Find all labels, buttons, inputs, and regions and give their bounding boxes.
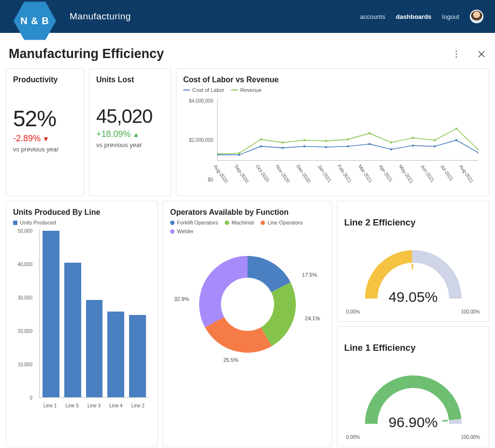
svg-point-9 xyxy=(347,145,349,147)
bar-chart: 50,000 40,000 30,000 20,000 10,000 0 Lin… xyxy=(13,229,151,413)
arrow-down-icon: ▼ xyxy=(43,135,49,143)
more-icon[interactable] xyxy=(451,49,461,59)
legend-item-welder: Welder xyxy=(170,228,194,234)
legend-label: Revenue xyxy=(240,87,262,93)
svg-point-11 xyxy=(390,149,392,150)
legend-swatch xyxy=(170,229,175,234)
x-tick: Line 3 xyxy=(83,403,105,408)
gauge-column: Line 2 Efficiency 49.05% 0.00% 100.00% L… xyxy=(337,201,489,447)
card-title: Units Produced By Line xyxy=(13,208,151,217)
svg-point-13 xyxy=(434,145,436,147)
bar xyxy=(64,263,81,397)
x-tick: Line 1 xyxy=(39,403,61,408)
gauge-value: 96.90% xyxy=(355,414,471,431)
plot-area xyxy=(217,99,478,161)
gauge-min: 0.00% xyxy=(346,434,360,440)
page-header: Manufacturing Efficiency xyxy=(0,33,495,68)
svg-point-24 xyxy=(390,141,392,143)
top-nav: accounts dashboards logout xyxy=(360,10,483,23)
svg-point-6 xyxy=(282,147,284,149)
svg-point-5 xyxy=(260,145,262,147)
legend: Forklift Operators Machinist Line Operat… xyxy=(170,220,325,234)
nav-logout[interactable]: logout xyxy=(442,13,459,20)
card-title: Cost of Labor vs Revenue xyxy=(183,75,482,84)
svg-point-25 xyxy=(412,137,414,139)
svg-point-19 xyxy=(282,141,284,143)
y-tick: 30,000 xyxy=(17,295,32,300)
y-tick: 40,000 xyxy=(17,262,32,267)
nav-dashboards[interactable]: dashboards xyxy=(396,13,432,20)
y-tick: $4,000,000 xyxy=(189,98,213,103)
legend-swatch xyxy=(170,221,175,225)
card-productivity: Productivity 52% -2.89% ▼ vs previous ye… xyxy=(6,68,84,196)
svg-point-7 xyxy=(304,145,306,147)
bars xyxy=(39,229,149,398)
donut-chart: 17.5% 24.1% 25.5% 32.9% xyxy=(170,244,325,365)
card-title: Operators Available by Function xyxy=(170,208,325,217)
card-title: Productivity xyxy=(13,75,77,84)
kpi-subtext: vs previous year xyxy=(96,141,164,149)
slice-label-forklift: 17.5% xyxy=(302,272,317,278)
page-title: Manufacturing Efficiency xyxy=(9,46,164,61)
slice-label-machinist: 24.1% xyxy=(305,315,320,321)
svg-point-2 xyxy=(456,56,457,58)
y-tick: 10,000 xyxy=(17,362,32,367)
kpi-subtext: vs previous year xyxy=(13,146,77,153)
legend-label: Units Produced xyxy=(20,220,56,225)
nav-accounts[interactable]: accounts xyxy=(360,13,385,20)
x-axis: Line 1Line 5Line 3Line 4Line 2 xyxy=(39,403,149,408)
kpi-value: 45,020 xyxy=(96,105,164,127)
arrow-up-icon: ▲ xyxy=(133,131,140,138)
kpi-delta-text: +18.09% xyxy=(96,129,131,139)
avatar[interactable] xyxy=(470,10,483,23)
card-operators: Operators Available by Function Forklift… xyxy=(163,201,332,447)
brand-name: Manufacturing xyxy=(70,11,131,22)
card-units-lost: Units Lost 45,020 +18.09% ▲ vs previous … xyxy=(89,68,171,196)
svg-point-10 xyxy=(368,143,370,145)
kpi-delta: -2.89% ▼ xyxy=(13,134,77,144)
legend-item: Units Produced xyxy=(13,220,56,225)
legend-item-machinist: Machinist xyxy=(225,220,254,225)
svg-point-20 xyxy=(304,139,306,141)
svg-point-17 xyxy=(238,152,240,154)
legend-label: Welder xyxy=(177,228,194,234)
gauge-max: 100.00% xyxy=(461,309,480,314)
svg-point-18 xyxy=(260,138,262,140)
legend-label: Machinist xyxy=(232,220,254,225)
row-2: Units Produced By Line Units Produced 50… xyxy=(0,196,495,447)
card-title: Line 2 Efficiency xyxy=(344,217,482,228)
svg-point-23 xyxy=(368,132,370,134)
svg-point-26 xyxy=(434,139,436,141)
svg-point-0 xyxy=(456,50,457,52)
legend-swatch xyxy=(261,221,265,225)
card-line1-efficiency: Line 1 Efficiency 96.90% 0.00% 100.00% xyxy=(337,327,489,448)
kpi-value: 52% xyxy=(13,105,77,132)
kpi-delta-text: -2.89% xyxy=(13,134,41,144)
card-title: Line 1 Efficiency xyxy=(344,343,482,353)
legend-label: Line Operators xyxy=(267,220,303,225)
row-1: Productivity 52% -2.89% ▼ vs previous ye… xyxy=(0,68,495,196)
legend-item-line-op: Line Operators xyxy=(261,220,303,225)
y-tick: 50,000 xyxy=(17,228,32,234)
page-actions xyxy=(451,49,486,59)
gauge-value: 49.05% xyxy=(355,289,471,305)
gauge-min: 0.00% xyxy=(346,309,360,314)
legend-item-cost: Cost of Labor xyxy=(183,87,224,93)
bar xyxy=(43,231,59,397)
y-tick: $2,000,000 xyxy=(189,137,213,143)
card-title: Units Lost xyxy=(96,75,164,84)
legend-label: Forklift Operators xyxy=(177,220,218,225)
svg-point-22 xyxy=(347,138,349,140)
svg-point-8 xyxy=(325,146,327,148)
legend-item-revenue: Revenue xyxy=(231,87,262,93)
card-cost-vs-revenue: Cost of Labor vs Revenue Cost of Labor R… xyxy=(176,68,489,196)
legend-swatch xyxy=(231,90,238,90)
legend-swatch xyxy=(13,221,17,225)
x-axis: Aug-2020Sep-2020Oct-2020Nov-2020Dec-2020… xyxy=(217,162,478,189)
x-tick: Line 5 xyxy=(61,403,83,408)
close-icon[interactable] xyxy=(477,49,486,59)
slice-label-line-op: 25.5% xyxy=(223,357,238,363)
legend-swatch xyxy=(183,90,190,90)
svg-point-12 xyxy=(412,145,414,147)
card-line2-efficiency: Line 2 Efficiency 49.05% 0.00% 100.00% xyxy=(337,201,489,322)
